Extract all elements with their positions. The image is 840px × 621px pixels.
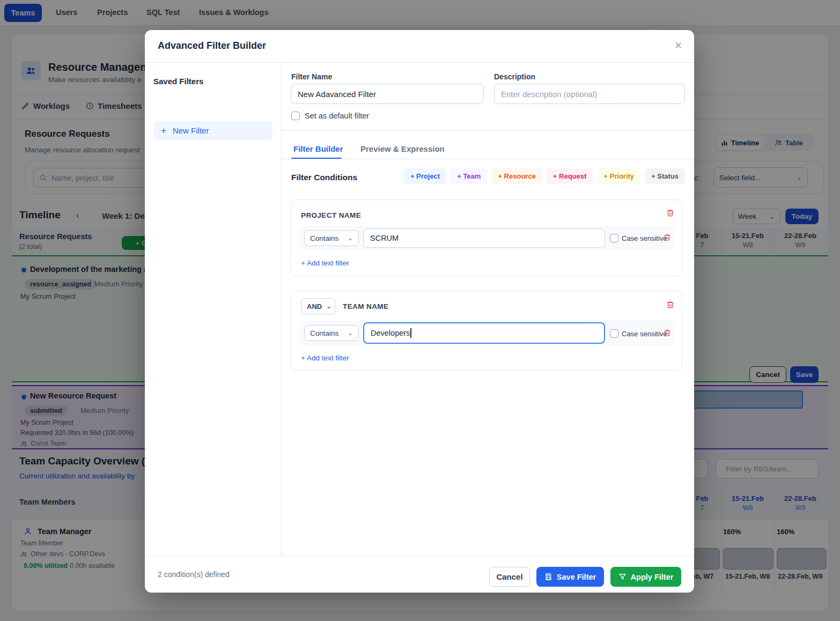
condition-card-project-name: PROJECT NAME Contains ⌄ SCRUM Case sensi…	[290, 199, 682, 276]
close-icon[interactable]: ✕	[674, 40, 682, 51]
add-text-filter-link[interactable]: + Add text filter	[301, 259, 349, 267]
funnel-icon	[618, 573, 627, 581]
case-sensitive-label: Case sensitive	[622, 330, 667, 338]
description-input[interactable]: Enter description (optional)	[494, 84, 685, 104]
filter-name-input[interactable]: New Adavanced Filter	[291, 84, 484, 104]
trash-icon[interactable]	[666, 209, 674, 217]
condition-card-team-name: AND ⌄ TEAM NAME Contains ⌄ Developers Ca…	[290, 290, 682, 371]
chevron-down-icon: ⌄	[348, 234, 353, 242]
condition-field-label: TEAM NAME	[343, 302, 388, 310]
trash-icon[interactable]	[664, 233, 671, 241]
case-sensitive-checkbox[interactable]	[610, 329, 618, 338]
filter-conditions-title: Filter Conditions	[291, 173, 357, 182]
operator-select[interactable]: Contains ⌄	[304, 230, 359, 246]
default-filter-checkbox[interactable]	[291, 112, 300, 120]
join-operator-select[interactable]: AND ⌄	[301, 298, 335, 314]
new-filter-label: New Filter	[173, 126, 209, 135]
divider	[282, 130, 694, 131]
condition-value-input[interactable]: SCRUM	[363, 228, 605, 248]
cancel-button[interactable]: Cancel	[489, 567, 530, 587]
case-sensitive-label: Case sensitive	[622, 234, 667, 242]
add-request-chip[interactable]: + Request	[547, 168, 593, 184]
chevron-down-icon: ⌄	[348, 329, 353, 337]
chevron-down-icon: ⌄	[326, 302, 331, 310]
modal-title: Advanced Filter Builder	[158, 40, 266, 51]
add-priority-chip[interactable]: + Priority	[597, 168, 640, 184]
operator-select[interactable]: Contains ⌄	[304, 325, 359, 341]
case-sensitive-checkbox[interactable]	[610, 234, 618, 242]
plus-icon: +	[161, 125, 166, 136]
trash-icon[interactable]	[664, 329, 671, 337]
saved-filters-panel: Saved Filters + New Filter	[145, 63, 282, 556]
add-team-chip[interactable]: + Team	[451, 168, 487, 184]
add-resource-chip[interactable]: + Resource	[491, 168, 542, 184]
add-project-chip[interactable]: + Project	[404, 168, 446, 184]
divider	[282, 159, 694, 159]
condition-chip-row: + Project + Team + Resource + Request + …	[428, 168, 685, 184]
default-filter-row: Set as default filter	[291, 112, 369, 120]
conditions-summary: 2 condition(s) defined	[158, 570, 230, 579]
add-text-filter-link[interactable]: + Add text filter	[301, 354, 349, 362]
saved-filters-title: Saved Filters	[153, 77, 203, 86]
new-filter-item[interactable]: + New Filter	[153, 121, 272, 140]
tab-filter-builder[interactable]: Filter Builder	[293, 144, 343, 153]
default-filter-label: Set as default filter	[305, 112, 369, 120]
condition-inner-row: Contains ⌄ Developers Case sensitive	[300, 320, 674, 346]
description-label: Description	[494, 72, 535, 81]
advanced-filter-builder-modal: Advanced Filter Builder ✕ Saved Filters …	[145, 30, 694, 593]
modal-footer: 2 condition(s) defined Cancel Save Filte…	[145, 556, 694, 593]
apply-filter-button[interactable]: Apply Filter	[610, 567, 681, 587]
save-icon	[544, 573, 552, 581]
filter-name-label: Filter Name	[291, 72, 332, 81]
condition-field-label: PROJECT NAME	[301, 211, 361, 219]
add-status-chip[interactable]: + Status	[645, 168, 685, 184]
save-filter-button[interactable]: Save Filter	[536, 567, 604, 587]
trash-icon[interactable]	[666, 300, 674, 309]
modal-header: Advanced Filter Builder ✕	[145, 30, 694, 63]
condition-inner-row: Contains ⌄ SCRUM Case sensitive	[300, 226, 674, 250]
screen: Teams Users Projects SQL Test Issues & W…	[0, 0, 840, 621]
condition-value-input-focused[interactable]: Developers	[363, 322, 605, 344]
tab-preview-expression[interactable]: Preview & Expression	[360, 144, 445, 153]
text-caret	[410, 328, 411, 338]
